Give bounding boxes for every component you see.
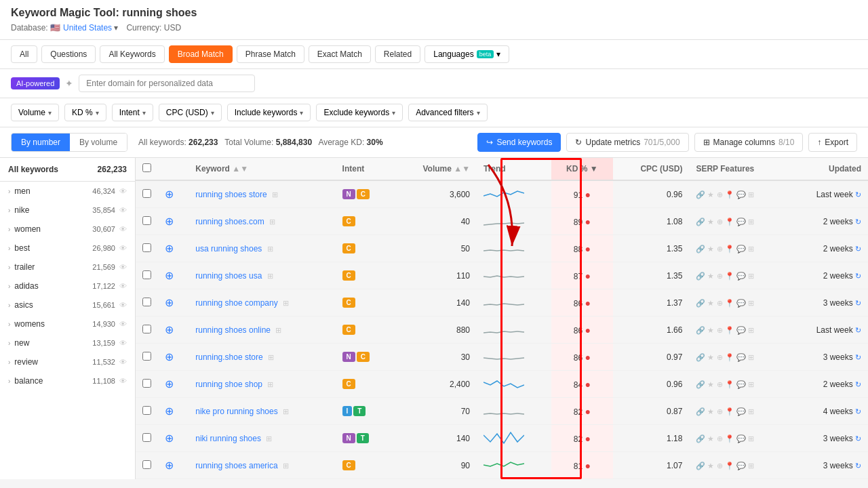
tab-all-keywords[interactable]: All Keywords	[100, 45, 164, 63]
view-toggle: By number By volume	[11, 133, 127, 152]
row-checkbox[interactable]	[142, 325, 151, 333]
cpc-filter[interactable]: CPC (USD) ▾	[159, 104, 222, 121]
keyword-link[interactable]: nike pro running shoes	[195, 407, 277, 416]
by-volume-button[interactable]: By volume	[70, 134, 127, 151]
add-keyword-icon[interactable]: ⊕	[165, 216, 174, 227]
row-checkbox[interactable]	[142, 270, 151, 279]
add-keyword-icon[interactable]: ⊕	[165, 378, 174, 390]
row-checkbox[interactable]	[142, 189, 151, 198]
keyword-link[interactable]: running shoe company	[195, 298, 277, 308]
intent-filter[interactable]: Intent ▾	[112, 104, 153, 121]
advanced-filters[interactable]: Advanced filters ▾	[408, 104, 487, 121]
sidebar-item-best[interactable]: › best 26,980 👁	[0, 239, 135, 258]
kd-col[interactable]: KD % ▼	[551, 158, 613, 180]
sidebar-item-count: 26,980	[92, 244, 115, 252]
table-row: ⊕ nike pro running shoes ⊞ IT 70 82 ● 0.…	[136, 398, 868, 425]
add-keyword-icon[interactable]: ⊕	[165, 460, 174, 471]
table-row: ⊕ niki running shoes ⊞ NT 140 82 ● 1.18 …	[136, 425, 868, 452]
row-checkbox[interactable]	[142, 379, 151, 388]
refresh-icon[interactable]: ↻	[855, 299, 861, 307]
row-checkbox[interactable]	[142, 298, 151, 306]
sidebar-item-nike[interactable]: › nike 35,854 👁	[0, 201, 135, 220]
volume-filter[interactable]: Volume ▾	[11, 104, 59, 121]
add-keyword-icon[interactable]: ⊕	[165, 432, 174, 444]
row-checkbox[interactable]	[142, 460, 151, 469]
keyword-link[interactable]: niki running shoes	[195, 434, 261, 443]
volume-cell: 70	[393, 398, 477, 425]
refresh-icon[interactable]: ↻	[855, 407, 861, 415]
tab-all[interactable]: All	[11, 45, 37, 63]
refresh-icon[interactable]: ↻	[855, 353, 861, 361]
tab-related[interactable]: Related	[375, 45, 420, 63]
add-keyword-icon[interactable]: ⊕	[165, 297, 174, 308]
add-keyword-icon[interactable]: ⊕	[165, 270, 174, 281]
sidebar-item-asics[interactable]: › asics 15,661 👁	[0, 296, 135, 314]
kd-cell: 86 ●	[551, 344, 613, 371]
row-checkbox[interactable]	[142, 433, 151, 442]
tab-exact-match[interactable]: Exact Match	[309, 45, 371, 63]
add-keyword-icon[interactable]: ⊕	[165, 405, 174, 417]
tab-phrase-match[interactable]: Phrase Match	[237, 45, 304, 63]
updated-col: Updated	[788, 158, 868, 180]
refresh-icon[interactable]: ↻	[855, 380, 861, 388]
select-all-checkbox[interactable]	[142, 163, 151, 172]
keyword-link[interactable]: running shoes store	[195, 190, 267, 199]
database-link[interactable]: United States	[63, 23, 112, 33]
refresh-icon[interactable]: ↻	[855, 218, 861, 226]
refresh-icon[interactable]: ↻	[855, 434, 861, 443]
keyword-link[interactable]: usa running shoes	[195, 244, 262, 253]
sidebar-item-label: trailer	[14, 262, 35, 272]
kd-cell: 86 ●	[551, 317, 613, 344]
keyword-col[interactable]: Keyword ▲▼	[189, 158, 335, 180]
sidebar-item-womens[interactable]: › womens 14,930 👁	[0, 314, 135, 333]
tab-languages[interactable]: Languages beta ▾	[425, 45, 509, 63]
tab-questions[interactable]: Questions	[41, 45, 96, 63]
keyword-cell: running shoes america ⊞	[189, 452, 335, 479]
sidebar-item-label: men	[14, 186, 30, 196]
by-number-button[interactable]: By number	[12, 134, 70, 151]
domain-input[interactable]	[79, 75, 255, 92]
sidebar-item-review[interactable]: › review 11,532 👁	[0, 352, 135, 371]
include-keywords-filter[interactable]: Include keywords ▾	[227, 104, 311, 121]
page-title: Keyword Magic Tool: running shoes	[11, 7, 857, 19]
refresh-icon[interactable]: ↻	[855, 245, 861, 253]
sidebar-item-men[interactable]: › men 46,324 👁	[0, 182, 135, 201]
update-metrics-button[interactable]: ↻ Update metrics 701/5,000	[566, 133, 688, 152]
add-keyword-icon[interactable]: ⊕	[165, 351, 174, 363]
exclude-keywords-filter[interactable]: Exclude keywords ▾	[316, 104, 403, 121]
chevron-right-icon: ›	[8, 359, 10, 366]
sidebar-item-adidas[interactable]: › adidas 17,122 👁	[0, 277, 135, 296]
sidebar-item-trailer[interactable]: › trailer 21,569 👁	[0, 258, 135, 277]
add-keyword-icon[interactable]: ⊕	[165, 324, 174, 336]
keyword-link[interactable]: running shoes america	[195, 461, 277, 470]
refresh-icon[interactable]: ↻	[855, 326, 861, 334]
tab-broad-match[interactable]: Broad Match	[169, 45, 233, 63]
keyword-link[interactable]: running shoe shop	[195, 380, 262, 389]
export-button[interactable]: ↑ Export	[808, 133, 857, 152]
sidebar-item-new[interactable]: › new 13,159 👁	[0, 333, 135, 352]
keyword-link[interactable]: running shoes usa	[195, 271, 262, 281]
add-keyword-icon[interactable]: ⊕	[165, 188, 174, 200]
manage-columns-button[interactable]: ⊞ Manage columns 8/10	[694, 133, 804, 152]
sidebar-item-balance[interactable]: › balance 11,108 👁	[0, 371, 135, 390]
refresh-icon[interactable]: ↻	[855, 272, 861, 280]
sidebar-item-women[interactable]: › women 30,607 👁	[0, 220, 135, 239]
keyword-link[interactable]: running shoes online	[195, 325, 271, 335]
volume-cell: 90	[393, 452, 477, 479]
row-checkbox[interactable]	[142, 216, 151, 225]
kd-filter[interactable]: KD % ▾	[64, 104, 106, 121]
keyword-link[interactable]: running.shoe store	[195, 352, 262, 362]
ai-personalized-row: AI-powered ✦	[0, 69, 868, 98]
serp-cell: 🔗 ★ ⊕ 📍 💬 ⊞	[689, 180, 787, 208]
row-checkbox[interactable]	[142, 406, 151, 415]
refresh-icon[interactable]: ↻	[855, 462, 861, 470]
send-keywords-button[interactable]: ↪ Send keywords	[477, 133, 561, 152]
volume-col[interactable]: Volume ▲▼	[393, 158, 477, 180]
refresh-icon[interactable]: ↻	[855, 190, 861, 199]
keyword-link[interactable]: running shoes.com	[195, 217, 264, 226]
add-keyword-icon[interactable]: ⊕	[165, 243, 174, 254]
row-checkbox[interactable]	[142, 243, 151, 252]
eye-icon: 👁	[119, 263, 127, 271]
row-checkbox[interactable]	[142, 352, 151, 361]
serp-icons: 🔗 ★ ⊕ 📍 💬 ⊞	[696, 190, 753, 199]
